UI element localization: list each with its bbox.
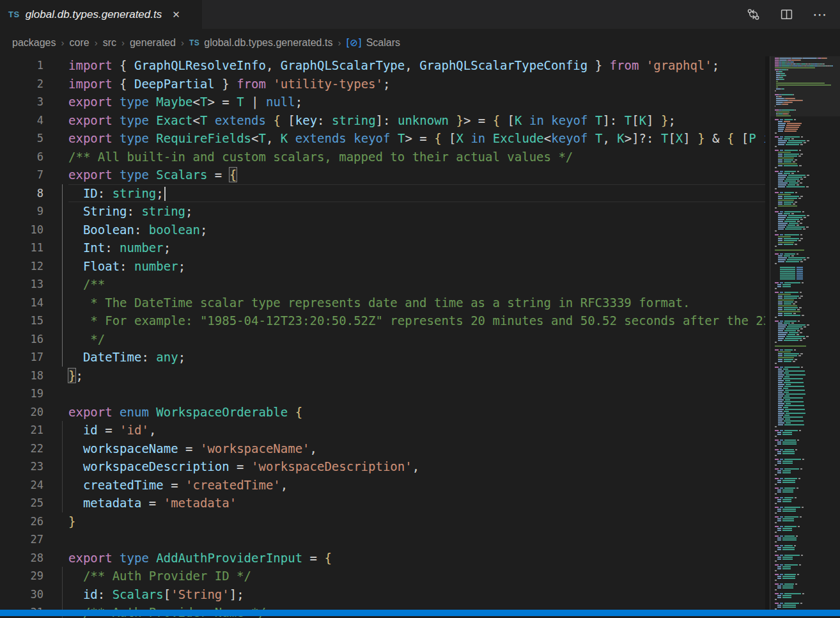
breadcrumb-item-symbol[interactable]: [⊘]Scalars [346,37,400,49]
code-line-content[interactable]: export type Maybe<T> = T | null; [68,93,770,111]
code-line-content[interactable]: Float: number; [68,257,770,276]
minimap[interactable] [770,56,840,610]
code-line-content[interactable]: Boolean: boolean; [68,221,770,239]
minimap-line [775,276,840,278]
status-bar [0,610,840,616]
editor-actions: ⋯ [746,0,840,29]
minimap-line [775,503,840,504]
minimap-line [775,532,840,533]
breadcrumb-separator-icon: › [116,37,130,48]
line-number: 21 [0,421,43,440]
tab-title: global.db.types.generated.ts [26,8,162,21]
code-line-content[interactable]: * For example: "1985-04-12T23:20:50.52Z"… [68,312,770,330]
minimap-line [775,593,840,594]
breadcrumb-item-src[interactable]: src [103,37,116,49]
code-line-content[interactable]: DateTime: any; [68,348,770,367]
code-line-content[interactable]: String: string; [68,202,770,221]
indent-guide [62,275,63,294]
minimap-line [775,150,840,151]
minimap-line [775,167,840,168]
minimap-line [775,267,840,268]
code-line: 26} [0,512,770,531]
code-line-content[interactable]: }; [68,367,770,385]
minimap-line [775,597,840,598]
code-line: 22workspaceName = 'workspaceName', [0,440,770,458]
code-line: 13/** [0,275,770,294]
line-number: 22 [0,440,43,458]
minimap-line [775,286,840,287]
minimap-line [775,294,840,295]
code-editor[interactable]: 1import { GraphQLResolveInfo, GraphQLSca… [0,56,770,618]
minimap-line [775,493,840,495]
minimap-line [775,528,840,529]
code-line-content[interactable]: */ [68,330,770,349]
code-line-content[interactable]: ID: string; [68,184,770,203]
code-line-content[interactable]: metadata = 'metadata' [68,494,770,512]
code-line-content[interactable]: import { GraphQLResolveInfo, GraphQLScal… [68,56,770,75]
code-line-content[interactable]: export type Scalars = { [68,166,770,184]
minimap-line [775,313,840,314]
minimap-line [775,482,840,483]
code-line-content[interactable]: import { DeepPartial } from 'utility-typ… [68,75,770,93]
minimap-line [775,522,840,523]
minimap-line [775,236,840,237]
more-actions-icon[interactable]: ⋯ [813,12,827,18]
minimap-line [775,440,840,441]
minimap-line [775,478,840,479]
indent-guide [62,494,63,512]
code-line-content[interactable]: * The DateTime scalar type represents da… [68,294,770,312]
minimap-line [775,455,840,456]
code-line-content[interactable] [68,530,770,549]
minimap-line [775,161,840,162]
close-tab-icon[interactable]: ✕ [169,8,183,22]
minimap-line [775,301,840,303]
breadcrumb-item-core[interactable]: core [70,37,89,49]
code-line: 30id: Scalars['String']; [0,585,770,604]
minimap-line [775,568,840,569]
code-line-content[interactable]: export enum WorkspaceOrderable { [68,403,770,422]
breadcrumb-separator-icon: › [89,37,103,48]
minimap-line [775,518,840,519]
tab-global-db-types-generated[interactable]: TS global.db.types.generated.ts ✕ [0,0,202,29]
code-line-content[interactable]: workspaceDescription = 'workspaceDescrip… [68,457,770,476]
breadcrumb-item-generated[interactable]: generated [130,37,176,49]
minimap-line [775,487,840,489]
code-line: 19 [0,384,770,403]
code-line-content[interactable] [68,384,770,403]
minimap-line [775,215,840,216]
minimap-line [775,420,840,422]
minimap-line [775,311,840,312]
code-line-content[interactable]: Int: number; [68,239,770,257]
code-line-content[interactable]: export type Exact<T extends { [key: stri… [68,111,770,130]
split-editor-icon[interactable] [780,8,793,21]
minimap-line [775,461,840,462]
code-line-content[interactable]: export type RequireFields<T, K extends k… [68,129,770,148]
minimap-line [775,338,840,339]
code-line-content[interactable]: createdTime = 'createdTime', [68,476,770,495]
code-line-content[interactable]: export type AddAuthProviderInput = { [68,549,770,567]
minimap-line [775,459,840,460]
minimap-line [775,474,840,475]
minimap-line [775,253,840,255]
minimap-line [775,234,840,235]
code-line: 12Float: number; [0,257,770,276]
minimap-line [775,424,840,425]
code-line-content[interactable]: /** All built-in and custom scalars, map… [68,148,770,166]
line-number: 19 [0,384,43,403]
line-number: 23 [0,457,43,476]
minimap-line [775,213,840,214]
minimap-line [775,284,840,285]
open-changes-icon[interactable] [746,7,761,22]
breadcrumb-item-file[interactable]: TSglobal.db.types.generated.ts [189,37,332,49]
breadcrumb-item-packages[interactable]: packages [12,37,56,49]
code-line-content[interactable]: id: Scalars['String']; [68,585,770,604]
minimap-slider[interactable] [770,56,840,116]
minimap-line [775,273,840,274]
code-line-content[interactable]: /** Auth Provider ID */ [68,567,770,585]
minimap-line [775,140,840,141]
minimap-line [775,240,840,241]
code-line-content[interactable]: id = 'id', [68,421,770,440]
code-line-content[interactable]: workspaceName = 'workspaceName', [68,440,770,458]
code-line-content[interactable]: } [68,512,770,531]
code-line-content[interactable]: /** [68,275,770,294]
